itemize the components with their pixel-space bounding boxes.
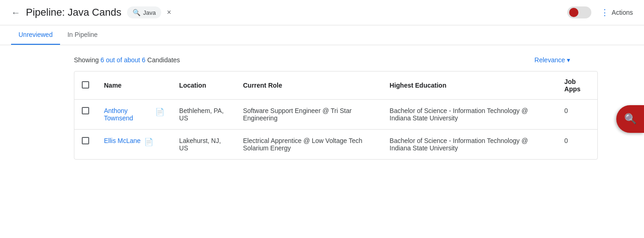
col-header-highest-education: Highest Education bbox=[382, 71, 557, 100]
row2-name-cell: Ellis McLane 📄 bbox=[97, 130, 172, 160]
row2-candidate-name-link[interactable]: Ellis McLane bbox=[104, 137, 140, 144]
col-header-job-apps: Job Apps bbox=[557, 71, 597, 100]
chevron-down-icon: ▾ bbox=[567, 56, 570, 64]
page-title: Pipeline: Java Cands bbox=[26, 6, 122, 18]
showing-text: Showing 6 out of about 6 Candidates bbox=[74, 56, 180, 64]
row2-checkbox-cell[interactable] bbox=[74, 130, 97, 160]
toggle-track[interactable] bbox=[567, 6, 591, 18]
actions-label: Actions bbox=[612, 9, 633, 16]
toggle-switch[interactable] bbox=[567, 6, 591, 18]
row1-job-apps: 0 bbox=[557, 100, 597, 130]
row2-current-role: Electrical Apprentice @ Low Voltage Tech… bbox=[236, 130, 382, 160]
back-button[interactable]: ← bbox=[11, 7, 20, 18]
candidates-table: Name Location Current Role Highest Educa… bbox=[74, 71, 598, 160]
row2-location: Lakehurst, NJ, US bbox=[172, 130, 236, 160]
search-tag-label: Java bbox=[143, 9, 156, 16]
row2-job-apps: 0 bbox=[557, 130, 597, 160]
search-icon: 🔍 bbox=[133, 9, 140, 16]
col-header-current-role: Current Role bbox=[236, 71, 382, 100]
select-all-checkbox[interactable] bbox=[82, 81, 89, 89]
row1-checkbox-cell[interactable] bbox=[74, 100, 97, 130]
row1-current-role: Software Support Engineer @ Tri Star Eng… bbox=[236, 100, 382, 130]
tab-in-pipeline[interactable]: In Pipeline bbox=[60, 25, 105, 45]
relevance-sort-button[interactable]: Relevance ▾ bbox=[535, 56, 570, 64]
actions-button[interactable]: ⋮ Actions bbox=[601, 7, 633, 18]
three-dots-icon: ⋮ bbox=[601, 7, 609, 18]
row2-highest-education: Bachelor of Science - Information Techno… bbox=[382, 130, 557, 160]
tab-unreviewed[interactable]: Unreviewed bbox=[11, 25, 60, 45]
col-header-name: Name bbox=[97, 71, 172, 100]
table-header-row: Name Location Current Role Highest Educa… bbox=[74, 71, 597, 100]
header: ← Pipeline: Java Cands 🔍 Java × ⋮ Action… bbox=[0, 0, 644, 25]
main-content: Showing 6 out of about 6 Candidates Rele… bbox=[0, 45, 644, 171]
row2-checkbox[interactable] bbox=[82, 137, 89, 144]
col-header-location: Location bbox=[172, 71, 236, 100]
showing-count: 6 out of about 6 bbox=[101, 56, 146, 64]
table-row: Anthony Townsend 📄 Bethlehem, PA, US Sof… bbox=[74, 100, 597, 130]
row2-doc-icon[interactable]: 📄 bbox=[144, 137, 153, 146]
showing-row: Showing 6 out of about 6 Candidates Rele… bbox=[74, 56, 644, 64]
fab-search-icon: 🔍 bbox=[624, 113, 637, 125]
fab-search-button[interactable]: 🔍 bbox=[616, 105, 644, 133]
row1-location: Bethlehem, PA, US bbox=[172, 100, 236, 130]
table-row: Ellis McLane 📄 Lakehurst, NJ, US Electri… bbox=[74, 130, 597, 160]
row1-name-cell: Anthony Townsend 📄 bbox=[97, 100, 172, 130]
row1-checkbox[interactable] bbox=[82, 107, 89, 114]
select-all-header[interactable] bbox=[74, 71, 97, 100]
row1-highest-education: Bachelor of Science - Information Techno… bbox=[382, 100, 557, 130]
toggle-thumb bbox=[569, 8, 578, 17]
row1-candidate-name-link[interactable]: Anthony Townsend bbox=[104, 107, 152, 122]
tabs-bar: Unreviewed In Pipeline bbox=[0, 25, 644, 45]
relevance-label: Relevance bbox=[535, 56, 565, 64]
row1-doc-icon[interactable]: 📄 bbox=[155, 107, 164, 116]
search-tag: 🔍 Java bbox=[127, 6, 161, 18]
close-search-button[interactable]: × bbox=[167, 8, 171, 17]
showing-prefix: Showing bbox=[74, 56, 101, 64]
header-left: ← Pipeline: Java Cands 🔍 Java × bbox=[11, 6, 171, 18]
showing-suffix: Candidates bbox=[146, 56, 180, 64]
header-right: ⋮ Actions bbox=[567, 6, 633, 18]
